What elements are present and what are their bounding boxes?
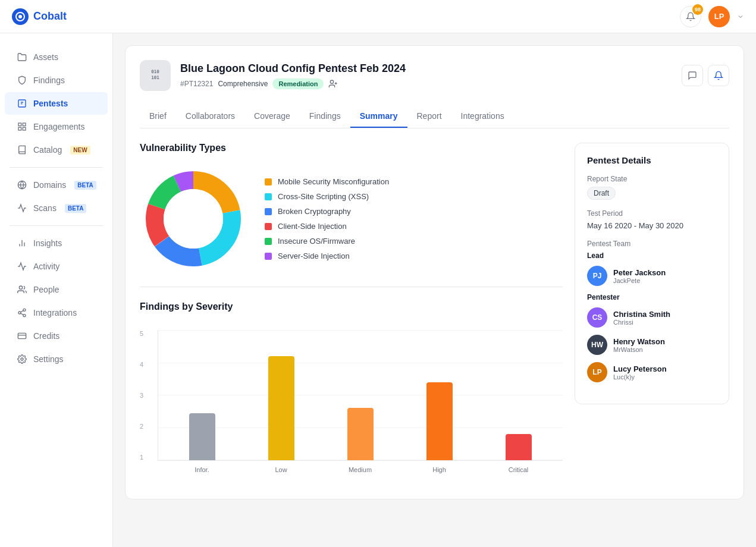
svg-rect-6 xyxy=(18,127,21,130)
findings-section-title: Findings by Severity xyxy=(140,301,563,312)
report-state-label: Report State xyxy=(587,175,717,183)
sidebar-item-catalog[interactable]: Catalog NEW xyxy=(5,139,108,161)
legend-dot-1 xyxy=(265,193,272,200)
y-label-5: 5 xyxy=(140,330,143,337)
y-label-3: 3 xyxy=(140,392,143,399)
svg-rect-4 xyxy=(23,123,26,126)
app-name: Cobalt xyxy=(33,10,67,23)
sidebar-item-settings[interactable]: Settings xyxy=(5,348,108,370)
sidebar-item-activity[interactable]: Activity xyxy=(5,255,108,278)
main-layout: Assets Findings Pentests xyxy=(0,33,756,547)
content-main: Vulnerability Types xyxy=(140,143,563,485)
tab-findings[interactable]: Findings xyxy=(300,105,350,128)
pentester-1-info: Henry Watson MrWatson xyxy=(613,337,665,353)
sidebar-item-credits[interactable]: Credits xyxy=(5,325,108,347)
people-icon xyxy=(17,284,27,295)
pentest-title: Blue Lagoon Cloud Config Pentest Feb 202… xyxy=(180,62,406,75)
svg-point-14 xyxy=(18,312,21,314)
test-period-label: Test Period xyxy=(587,209,717,218)
test-period-value: May 16 2020 - May 30 2020 xyxy=(587,221,717,230)
insights-icon xyxy=(17,238,27,249)
sidebar-label-scans: Scans xyxy=(33,203,57,213)
x-label-medium: Medium xyxy=(328,466,393,473)
notification-button[interactable]: 98 xyxy=(680,6,701,27)
lead-info: Peter Jackson JackPete xyxy=(613,268,666,284)
sidebar-item-insights[interactable]: Insights xyxy=(5,232,108,254)
topnav: Cobalt 98 LP xyxy=(0,0,756,33)
sidebar-item-people[interactable]: People xyxy=(5,278,108,301)
sidebar-item-findings[interactable]: Findings xyxy=(5,69,108,92)
team-label: Pentest Team xyxy=(587,240,717,248)
user-avatar[interactable]: LP xyxy=(708,6,730,27)
team-member-1: HW Henry Watson MrWatson xyxy=(587,335,717,355)
x-label-low: Low xyxy=(249,466,313,473)
tab-collaborators[interactable]: Collaborators xyxy=(176,105,244,128)
svg-text:010: 010 xyxy=(151,69,159,74)
report-state-section: Report State Draft xyxy=(587,175,717,200)
pentester-2-name: Lucy Peterson xyxy=(613,364,667,373)
scan-icon xyxy=(17,203,27,213)
pentester-2-info: Lucy Peterson Luc(k)y xyxy=(613,364,667,381)
bar-chart-wrapper: 5 4 3 2 1 xyxy=(140,324,563,485)
legend-item-4: Insecure OS/Firmware xyxy=(265,237,563,246)
report-state-value: Draft xyxy=(587,187,616,200)
tab-coverage[interactable]: Coverage xyxy=(244,105,300,128)
content-side: Pentest Details Report State Draft Test … xyxy=(575,143,729,485)
sidebar-item-domains[interactable]: Domains BETA xyxy=(5,174,108,196)
lead-avatar: PJ xyxy=(587,266,607,286)
sidebar-label-catalog: Catalog xyxy=(33,145,62,155)
pentester-0-handle: Chrissi xyxy=(613,319,670,326)
sidebar-label-people: People xyxy=(33,285,59,294)
comment-button[interactable] xyxy=(682,65,703,86)
sidebar-item-integrations[interactable]: Integrations xyxy=(5,301,108,324)
team-member-lead: PJ Peter Jackson JackPete xyxy=(587,266,717,286)
sidebar-label-insights: Insights xyxy=(33,238,62,248)
pentest-icon xyxy=(17,98,27,109)
pentester-0-name: Christina Smith xyxy=(613,310,670,319)
legend-label-4: Insecure OS/Firmware xyxy=(278,237,355,246)
team-member-2: LP Lucy Peterson Luc(k)y xyxy=(587,362,717,382)
tab-summary[interactable]: Summary xyxy=(350,105,407,128)
topnav-right: 98 LP xyxy=(680,6,744,27)
svg-rect-3 xyxy=(18,123,21,126)
activity-icon xyxy=(17,261,27,272)
tab-integrations[interactable]: Integrations xyxy=(451,105,514,128)
app-logo[interactable]: Cobalt xyxy=(12,8,67,25)
sidebar-item-scans[interactable]: Scans BETA xyxy=(5,197,108,219)
add-team-icon[interactable] xyxy=(328,79,338,89)
legend-dot-0 xyxy=(265,178,272,186)
lead-handle: JackPete xyxy=(613,277,666,284)
logo-icon xyxy=(12,8,29,25)
pentest-type: Comprehensive xyxy=(218,80,268,88)
svg-line-17 xyxy=(21,310,24,312)
sidebar-item-pentests[interactable]: Pentests xyxy=(5,92,108,115)
pentester-2-avatar: LP xyxy=(587,362,607,382)
details-card-title: Pentest Details xyxy=(587,155,717,165)
bar-critical xyxy=(506,434,532,460)
domains-badge: BETA xyxy=(74,181,96,190)
svg-rect-18 xyxy=(18,333,26,338)
sidebar-item-assets[interactable]: Assets xyxy=(5,46,108,68)
sidebar-item-engagements[interactable]: Engagements xyxy=(5,115,108,138)
tab-report[interactable]: Report xyxy=(407,105,451,128)
legend-label-0: Mobile Security Misconfiguration xyxy=(278,177,389,186)
user-menu-chevron-icon[interactable] xyxy=(737,13,744,20)
sidebar-label-pentests: Pentests xyxy=(33,99,68,108)
pentest-team-section: Pentest Team Lead PJ Peter Jackson JackP… xyxy=(587,240,717,382)
pentester-1-handle: MrWatson xyxy=(613,346,665,353)
sidebar-label-activity: Activity xyxy=(33,262,59,271)
findings-by-severity-section: Findings by Severity 5 4 3 2 1 xyxy=(140,301,563,485)
pentest-header-left: 010 101 Blue Lagoon Cloud Config Pentest… xyxy=(140,60,406,91)
notification-bell-button[interactable] xyxy=(708,65,729,86)
y-label-4: 4 xyxy=(140,361,143,368)
notification-badge: 98 xyxy=(692,4,703,15)
settings-icon xyxy=(17,354,27,364)
pentest-details-card: Pentest Details Report State Draft Test … xyxy=(575,143,729,404)
pentest-icon-image: 010 101 xyxy=(140,60,171,91)
domain-icon xyxy=(17,180,27,190)
legend-item-0: Mobile Security Misconfiguration xyxy=(265,177,563,186)
legend-label-5: Server-Side Injection xyxy=(278,252,350,260)
svg-point-1 xyxy=(18,15,22,18)
scans-badge: BETA xyxy=(65,204,86,213)
tab-brief[interactable]: Brief xyxy=(140,105,176,128)
